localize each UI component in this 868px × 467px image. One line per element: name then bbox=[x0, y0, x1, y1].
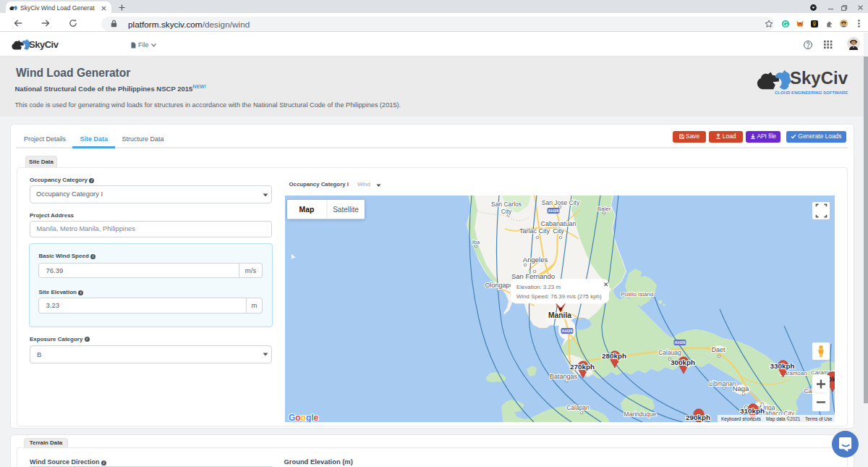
svg-text:310kph: 310kph bbox=[740, 407, 765, 415]
svg-text:AH26: AH26 bbox=[675, 340, 686, 345]
svg-text:o: o bbox=[295, 413, 300, 423]
svg-text:Map data ©2021: Map data ©2021 bbox=[766, 416, 801, 422]
svg-text:Polillo Island: Polillo Island bbox=[621, 291, 654, 298]
svg-text:G: G bbox=[289, 413, 295, 423]
svg-text:Olongapo: Olongapo bbox=[485, 282, 513, 289]
svg-text:Iba: Iba bbox=[472, 239, 480, 245]
svg-text:270kph: 270kph bbox=[570, 363, 595, 371]
svg-text:Tarlac City: Tarlac City bbox=[519, 227, 550, 235]
svg-text:AH26: AH26 bbox=[548, 209, 560, 213]
svg-text:Calauag: Calauag bbox=[658, 349, 681, 356]
svg-text:300kph: 300kph bbox=[671, 358, 695, 366]
svg-text:City: City bbox=[553, 227, 564, 235]
svg-text:City: City bbox=[501, 208, 512, 215]
svg-text:g: g bbox=[306, 413, 311, 423]
svg-text:Map: Map bbox=[299, 206, 315, 214]
svg-text:330kph: 330kph bbox=[770, 362, 794, 370]
svg-text:Baler: Baler bbox=[597, 206, 611, 212]
svg-text:Keyboard shortcuts: Keyboard shortcuts bbox=[721, 416, 761, 422]
svg-text:Manila: Manila bbox=[548, 311, 571, 319]
svg-text:o: o bbox=[301, 413, 306, 423]
svg-text:Wind Speed: 76.39 m/s (275 kph: Wind Speed: 76.39 m/s (275 kph) bbox=[516, 293, 602, 300]
svg-text:280kph: 280kph bbox=[602, 352, 626, 360]
svg-text:Cabanatuan: Cabanatuan bbox=[540, 220, 576, 227]
svg-text:Daet: Daet bbox=[711, 346, 726, 353]
svg-text:Satellite: Satellite bbox=[333, 206, 359, 214]
svg-text:San Carlos: San Carlos bbox=[491, 201, 522, 208]
svg-text:Calapan: Calapan bbox=[566, 404, 590, 411]
svg-text:Marinduque: Marinduque bbox=[624, 411, 657, 418]
svg-text:e: e bbox=[314, 413, 319, 423]
svg-text:Angeles: Angeles bbox=[523, 256, 548, 264]
svg-text:290kph: 290kph bbox=[686, 413, 710, 421]
svg-text:San Jose City: San Jose City bbox=[542, 199, 580, 206]
svg-text:Batangas: Batangas bbox=[550, 373, 578, 380]
svg-text:Terms of Use: Terms of Use bbox=[805, 416, 833, 421]
svg-text:Naga: Naga bbox=[733, 384, 749, 392]
svg-text:AH26: AH26 bbox=[562, 329, 574, 333]
svg-text:Elevation: 3.23 m: Elevation: 3.23 m bbox=[516, 284, 561, 290]
